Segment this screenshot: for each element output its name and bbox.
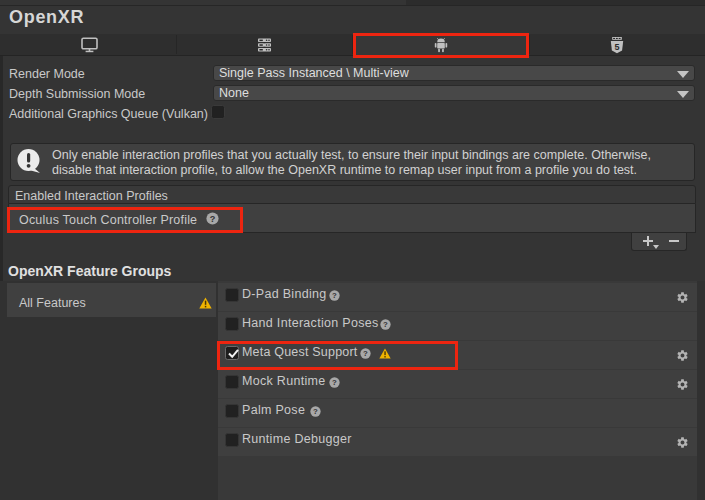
svg-text:?: ? — [313, 407, 318, 416]
svg-text:?: ? — [383, 320, 388, 329]
svg-text:5: 5 — [614, 42, 619, 52]
svg-text:?: ? — [332, 291, 337, 300]
svg-text:?: ? — [332, 378, 337, 387]
